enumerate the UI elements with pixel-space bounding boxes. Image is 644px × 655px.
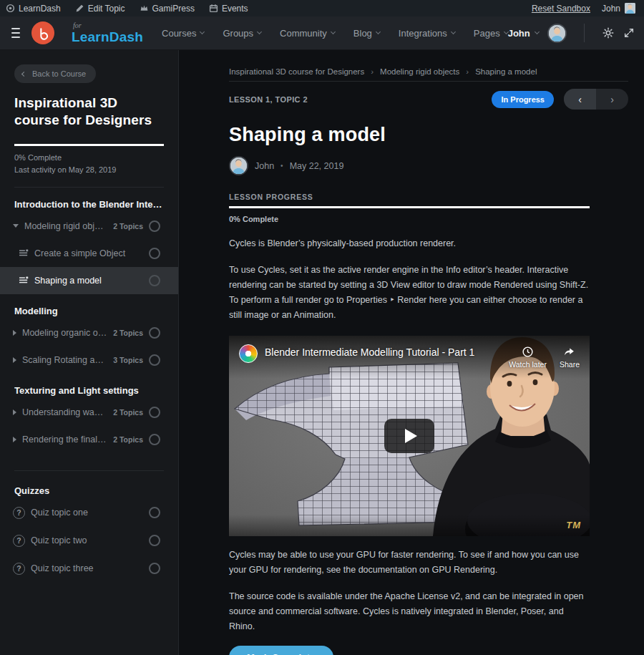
brand-name: LearnDash: [72, 30, 143, 44]
admin-bar-label: GamiPress: [152, 4, 195, 14]
author-name[interactable]: John: [255, 161, 274, 171]
avatar[interactable]: [229, 156, 248, 175]
nav-item-community[interactable]: Community: [280, 28, 335, 39]
clock-icon: [522, 346, 534, 358]
section-heading-introduction: Introduction to the Blender Interface 8 …: [14, 199, 164, 210]
mark-complete-button[interactable]: Mark Complete: [229, 646, 333, 655]
sidebar-quiz-topic-three[interactable]: Quiz topic three: [0, 555, 178, 583]
section-heading-quizzes: Quizzes: [14, 485, 164, 496]
buddyboss-logo[interactable]: [31, 21, 54, 44]
share-button[interactable]: Share: [560, 346, 580, 369]
chevron-down-icon: [451, 29, 456, 34]
lesson-paragraph: Cycles may be able to use your GPU for f…: [229, 548, 590, 578]
buddyboss-b-icon: [36, 26, 50, 40]
sidebar-lesson-modeling-organic-objects[interactable]: Modeling organic objects 2 Topics: [0, 319, 178, 346]
sidebar-lesson-rendering-final-output[interactable]: Rendering the final output 2 Topics: [0, 426, 178, 453]
nav-item-pages[interactable]: Pages: [474, 28, 508, 39]
topics-count: 2 Topics: [113, 222, 143, 231]
admin-bar-label: LearnDash: [19, 4, 61, 14]
breadcrumb-lesson-link[interactable]: Modeling rigid objects: [380, 67, 469, 76]
progress-ring: [149, 220, 160, 232]
reset-sandbox-link[interactable]: Reset Sandbox: [532, 4, 590, 14]
nav-item-courses[interactable]: Courses: [162, 28, 204, 39]
progress-ring: [149, 275, 160, 286]
topics-count: 3 Topics: [113, 356, 143, 364]
sidebar-lesson-understanding-ways[interactable]: Understanding ways to illuminat… 2 Topic…: [0, 399, 178, 426]
quiz-question-icon: [13, 535, 25, 547]
course-progress-text: 0% Complete: [14, 153, 164, 162]
lesson-progress-bar: [229, 206, 590, 208]
progress-ring: [149, 248, 160, 259]
video-watermark: TM: [566, 520, 581, 530]
channel-avatar[interactable]: [239, 344, 258, 363]
sidebar-topic-shaping-a-model[interactable]: Shaping a model: [0, 267, 178, 294]
wp-admin-bar: LearnDash Edit Topic GamiPress Events Re…: [0, 0, 644, 16]
sidebar-lesson-scaling-rotating[interactable]: Scaling Rotating and Transformi… 3 Topic…: [0, 346, 178, 374]
admin-bar-item-events[interactable]: Events: [209, 4, 248, 14]
pencil-icon: [75, 4, 84, 13]
sidebar-lesson-modeling-rigid-objects[interactable]: Modeling rigid objects 2 Topics: [0, 213, 178, 240]
sidebar-quiz-topic-two[interactable]: Quiz topic two: [0, 527, 178, 555]
lesson-topic-kicker: LESSON 1, TOPIC 2: [229, 95, 308, 104]
user-menu[interactable]: John: [508, 28, 539, 39]
nav-item-groups[interactable]: Groups: [223, 28, 261, 39]
main-nav: Courses Groups Community Blog Integratio…: [162, 28, 508, 39]
topic-list-icon: [19, 248, 29, 258]
course-progress-bar: [14, 144, 164, 146]
menu-toggle-icon[interactable]: [11, 28, 20, 38]
nav-item-blog[interactable]: Blog: [353, 28, 380, 39]
video-header: Blender Intermediate Modelling Tutorial …: [229, 336, 590, 379]
expand-arrows-icon: [623, 27, 635, 39]
chevron-down-icon: [257, 29, 262, 34]
progress-ring: [149, 434, 160, 445]
topics-count: 2 Topics: [113, 408, 143, 417]
course-sidebar: Back to Course Inspirational 3D course f…: [0, 50, 179, 655]
topic-content: Inspirational 3D course for Designers Mo…: [179, 50, 644, 655]
trophy-icon: [140, 4, 149, 13]
admin-bar-item-learndash[interactable]: LearnDash: [6, 4, 61, 14]
page-title: Shaping a model: [229, 124, 630, 146]
divider: [14, 187, 164, 188]
quiz-question-icon: [13, 507, 25, 519]
lesson-paragraph: Cycles is Blender’s physically-based pro…: [229, 236, 590, 251]
last-activity-text: Last activity on May 28, 2019: [14, 165, 164, 174]
brand-prefix: for: [73, 22, 143, 29]
avatar[interactable]: [547, 24, 567, 43]
dark-mode-toggle-icon[interactable]: [602, 26, 615, 39]
breadcrumb-course-link[interactable]: Inspirational 3D course for Designers: [229, 67, 374, 76]
sidebar-quiz-topic-one[interactable]: Quiz topic one: [0, 499, 178, 527]
admin-bar-item-gamipress[interactable]: GamiPress: [140, 4, 195, 14]
admin-bar-account[interactable]: John: [602, 3, 635, 14]
admin-bar-item-edit-topic[interactable]: Edit Topic: [75, 4, 125, 14]
topics-count: 2 Topics: [113, 435, 143, 444]
sidebar-topic-create-a-simple-object[interactable]: Create a simple Object: [0, 240, 178, 267]
play-button[interactable]: [384, 419, 434, 453]
page-layout: Back to Course Inspirational 3D course f…: [0, 50, 644, 655]
chevron-left-icon: [21, 71, 26, 76]
video-player[interactable]: Blender Intermediate Modelling Tutorial …: [229, 336, 590, 536]
next-topic-button[interactable]: ›: [596, 89, 628, 110]
topics-count: 2 Topics: [113, 329, 143, 337]
brand-logo[interactable]: for LearnDash: [72, 22, 143, 44]
user-name: John: [508, 28, 530, 39]
divider: [14, 470, 164, 471]
chevron-down-icon: [331, 29, 336, 34]
chevron-down-icon: [535, 29, 540, 34]
status-badge: In Progress: [492, 91, 554, 108]
video-actions: Watch later Share: [509, 346, 580, 369]
fullscreen-icon[interactable]: [623, 27, 635, 39]
expand-icon: [13, 330, 16, 336]
progress-ring: [149, 407, 160, 418]
topic-list-icon: [19, 276, 29, 285]
video-title[interactable]: Blender Intermediate Modelling Tutorial …: [265, 346, 502, 358]
back-to-course-label: Back to Course: [32, 69, 86, 78]
play-icon: [405, 429, 417, 443]
nav-item-integrations[interactable]: Integrations: [399, 28, 455, 39]
admin-bar-label: Edit Topic: [88, 4, 125, 14]
watch-later-button[interactable]: Watch later: [509, 346, 547, 369]
previous-topic-button[interactable]: ‹: [564, 89, 596, 110]
divider: [229, 81, 628, 82]
back-to-course-button[interactable]: Back to Course: [14, 64, 96, 83]
chevron-down-icon: [200, 29, 205, 34]
collapse-icon: [13, 224, 19, 228]
